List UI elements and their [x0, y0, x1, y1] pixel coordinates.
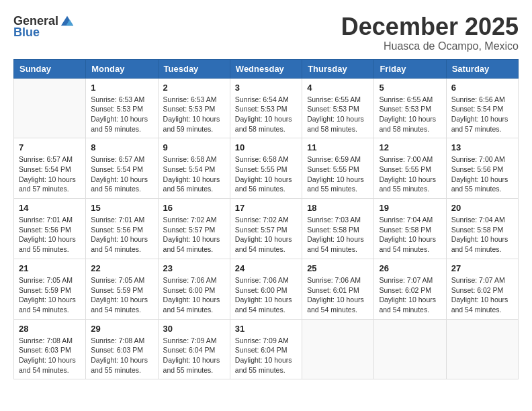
calendar-cell: 21Sunrise: 7:05 AMSunset: 5:59 PMDayligh…: [14, 259, 86, 319]
day-info: Sunrise: 7:06 AMSunset: 6:00 PMDaylight:…: [163, 275, 225, 315]
calendar-cell: 23Sunrise: 7:06 AMSunset: 6:00 PMDayligh…: [158, 259, 230, 319]
column-header-saturday: Saturday: [446, 59, 518, 78]
calendar-cell: 14Sunrise: 7:01 AMSunset: 5:56 PMDayligh…: [14, 199, 86, 259]
logo-blue: Blue: [13, 26, 40, 40]
day-number: 27: [451, 263, 513, 273]
calendar-cell: 6Sunrise: 6:56 AMSunset: 5:54 PMDaylight…: [446, 78, 518, 138]
day-number: 13: [451, 142, 513, 152]
day-info: Sunrise: 7:00 AMSunset: 5:55 PMDaylight:…: [379, 154, 441, 194]
day-number: 31: [235, 324, 297, 334]
column-header-sunday: Sunday: [14, 59, 86, 78]
day-number: 19: [379, 203, 441, 213]
day-number: 23: [163, 263, 225, 273]
calendar-week-row: 21Sunrise: 7:05 AMSunset: 5:59 PMDayligh…: [14, 259, 519, 319]
calendar-cell: [14, 78, 86, 138]
calendar-table: SundayMondayTuesdayWednesdayThursdayFrid…: [13, 59, 519, 380]
calendar-cell: 18Sunrise: 7:03 AMSunset: 5:58 PMDayligh…: [302, 199, 374, 259]
calendar-cell: 29Sunrise: 7:08 AMSunset: 6:03 PMDayligh…: [86, 319, 158, 379]
day-number: 7: [19, 142, 81, 152]
day-info: Sunrise: 7:08 AMSunset: 6:03 PMDaylight:…: [91, 336, 152, 375]
day-info: Sunrise: 7:09 AMSunset: 6:04 PMDaylight:…: [235, 336, 297, 375]
day-number: 30: [163, 324, 225, 334]
calendar-cell: [446, 319, 518, 379]
day-number: 10: [235, 142, 297, 152]
day-number: 20: [451, 203, 513, 213]
day-number: 15: [91, 203, 152, 213]
day-info: Sunrise: 6:55 AMSunset: 5:53 PMDaylight:…: [379, 95, 441, 134]
calendar-cell: 25Sunrise: 7:06 AMSunset: 6:01 PMDayligh…: [302, 259, 374, 319]
page-header: General Blue December 2025 Huasca de Oca…: [13, 13, 519, 52]
day-info: Sunrise: 6:53 AMSunset: 5:53 PMDaylight:…: [91, 95, 152, 134]
day-number: 21: [19, 263, 81, 273]
calendar-week-row: 14Sunrise: 7:01 AMSunset: 5:56 PMDayligh…: [14, 199, 519, 259]
logo: General Blue: [13, 13, 75, 40]
day-number: 9: [163, 142, 225, 152]
calendar-week-row: 28Sunrise: 7:08 AMSunset: 6:03 PMDayligh…: [14, 319, 519, 379]
calendar-cell: [302, 319, 374, 379]
location-title: Huasca de Ocampo, Mexico: [341, 40, 519, 52]
day-info: Sunrise: 7:07 AMSunset: 6:02 PMDaylight:…: [451, 275, 513, 315]
calendar-cell: 27Sunrise: 7:07 AMSunset: 6:02 PMDayligh…: [446, 259, 518, 319]
column-header-monday: Monday: [86, 59, 158, 78]
day-info: Sunrise: 7:06 AMSunset: 6:00 PMDaylight:…: [235, 275, 297, 315]
day-number: 3: [235, 83, 297, 93]
day-info: Sunrise: 7:08 AMSunset: 6:03 PMDaylight:…: [19, 336, 81, 375]
calendar-cell: 15Sunrise: 7:01 AMSunset: 5:56 PMDayligh…: [86, 199, 158, 259]
column-header-tuesday: Tuesday: [158, 59, 230, 78]
day-info: Sunrise: 7:01 AMSunset: 5:56 PMDaylight:…: [19, 215, 81, 255]
calendar-cell: [374, 319, 446, 379]
calendar-cell: 8Sunrise: 6:57 AMSunset: 5:54 PMDaylight…: [86, 138, 158, 199]
day-info: Sunrise: 7:02 AMSunset: 5:57 PMDaylight:…: [163, 215, 225, 255]
day-info: Sunrise: 6:56 AMSunset: 5:54 PMDaylight:…: [451, 95, 513, 134]
day-number: 5: [379, 83, 441, 93]
calendar-cell: 20Sunrise: 7:04 AMSunset: 5:58 PMDayligh…: [446, 199, 518, 259]
day-info: Sunrise: 7:07 AMSunset: 6:02 PMDaylight:…: [379, 275, 441, 315]
calendar-cell: 5Sunrise: 6:55 AMSunset: 5:53 PMDaylight…: [374, 78, 446, 138]
day-number: 6: [451, 83, 513, 93]
calendar-cell: 11Sunrise: 6:59 AMSunset: 5:55 PMDayligh…: [302, 138, 374, 199]
calendar-header-row: SundayMondayTuesdayWednesdayThursdayFrid…: [14, 59, 519, 78]
day-number: 26: [379, 263, 441, 273]
day-info: Sunrise: 6:58 AMSunset: 5:54 PMDaylight:…: [163, 154, 225, 194]
day-number: 4: [307, 83, 369, 93]
day-number: 24: [235, 263, 297, 273]
calendar-cell: 28Sunrise: 7:08 AMSunset: 6:03 PMDayligh…: [14, 319, 86, 379]
calendar-cell: 9Sunrise: 6:58 AMSunset: 5:54 PMDaylight…: [158, 138, 230, 199]
day-info: Sunrise: 7:05 AMSunset: 5:59 PMDaylight:…: [91, 275, 152, 315]
calendar-cell: 12Sunrise: 7:00 AMSunset: 5:55 PMDayligh…: [374, 138, 446, 199]
column-header-wednesday: Wednesday: [230, 59, 302, 78]
calendar-cell: 13Sunrise: 7:00 AMSunset: 5:56 PMDayligh…: [446, 138, 518, 199]
calendar-week-row: 1Sunrise: 6:53 AMSunset: 5:53 PMDaylight…: [14, 78, 519, 138]
day-number: 28: [19, 324, 81, 334]
day-info: Sunrise: 7:00 AMSunset: 5:56 PMDaylight:…: [451, 154, 513, 194]
day-info: Sunrise: 6:57 AMSunset: 5:54 PMDaylight:…: [19, 154, 81, 194]
day-info: Sunrise: 7:04 AMSunset: 5:58 PMDaylight:…: [379, 215, 441, 255]
calendar-cell: 4Sunrise: 6:55 AMSunset: 5:53 PMDaylight…: [302, 78, 374, 138]
calendar-cell: 31Sunrise: 7:09 AMSunset: 6:04 PMDayligh…: [230, 319, 302, 379]
day-number: 25: [307, 263, 369, 273]
day-number: 2: [163, 83, 225, 93]
calendar-cell: 10Sunrise: 6:58 AMSunset: 5:55 PMDayligh…: [230, 138, 302, 199]
title-section: December 2025 Huasca de Ocampo, Mexico: [341, 13, 519, 52]
column-header-thursday: Thursday: [302, 59, 374, 78]
calendar-cell: 1Sunrise: 6:53 AMSunset: 5:53 PMDaylight…: [86, 78, 158, 138]
logo-icon: [60, 13, 75, 28]
calendar-cell: 17Sunrise: 7:02 AMSunset: 5:57 PMDayligh…: [230, 199, 302, 259]
day-info: Sunrise: 7:05 AMSunset: 5:59 PMDaylight:…: [19, 275, 81, 315]
calendar-cell: 19Sunrise: 7:04 AMSunset: 5:58 PMDayligh…: [374, 199, 446, 259]
day-info: Sunrise: 6:54 AMSunset: 5:53 PMDaylight:…: [235, 95, 297, 134]
day-number: 29: [91, 324, 152, 334]
day-number: 16: [163, 203, 225, 213]
day-info: Sunrise: 6:53 AMSunset: 5:53 PMDaylight:…: [163, 95, 225, 134]
column-header-friday: Friday: [374, 59, 446, 78]
day-info: Sunrise: 7:01 AMSunset: 5:56 PMDaylight:…: [91, 215, 152, 255]
day-number: 1: [91, 83, 152, 93]
calendar-cell: 2Sunrise: 6:53 AMSunset: 5:53 PMDaylight…: [158, 78, 230, 138]
day-number: 22: [91, 263, 152, 273]
day-info: Sunrise: 7:02 AMSunset: 5:57 PMDaylight:…: [235, 215, 297, 255]
day-info: Sunrise: 7:09 AMSunset: 6:04 PMDaylight:…: [163, 336, 225, 375]
day-info: Sunrise: 6:55 AMSunset: 5:53 PMDaylight:…: [307, 95, 369, 134]
month-title: December 2025: [341, 13, 519, 40]
day-info: Sunrise: 7:06 AMSunset: 6:01 PMDaylight:…: [307, 275, 369, 315]
day-number: 8: [91, 142, 152, 152]
